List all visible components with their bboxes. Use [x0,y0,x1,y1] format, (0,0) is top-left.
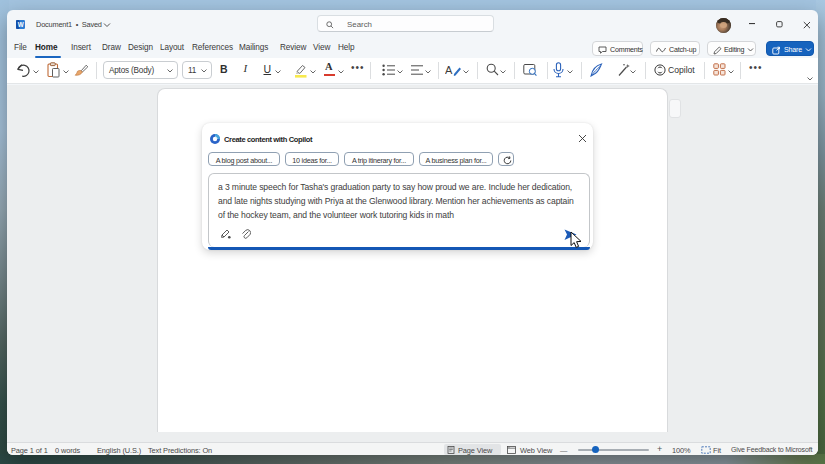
svg-text:A: A [445,64,453,76]
svg-text:W: W [17,21,23,28]
